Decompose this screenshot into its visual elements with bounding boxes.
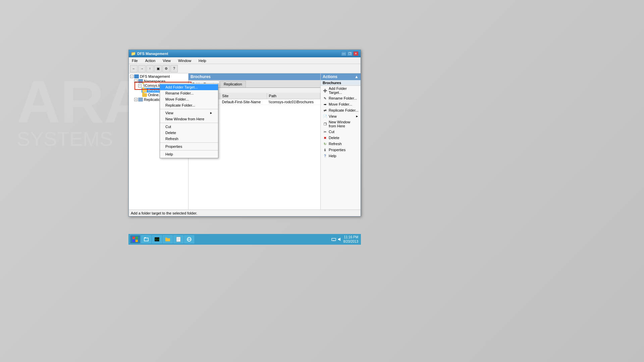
status-bar: Add a folder target to the selected fold… [129,209,361,216]
taskbar-clock: 11:16 PM 8/20/2013 [343,235,359,244]
ctx-separator-4 [160,150,218,150]
menu-view[interactable]: View [161,58,172,63]
window-icon: ❐ [323,122,327,126]
action-rename-folder[interactable]: ✎ Rename Folder... [321,95,361,101]
actions-collapse[interactable]: ▲ [355,74,359,79]
actions-panel: Actions ▲ Brochures ➕ Add Folder Target.… [320,73,361,209]
ctx-item-delete[interactable]: Delete [160,130,218,136]
menu-help[interactable]: Help [197,58,208,63]
close-button[interactable]: ✕ [353,51,359,56]
cut-icon: ✂ [323,129,327,134]
expand-icon-replication[interactable]: + [134,98,138,101]
ctx-item-properties[interactable]: Properties [160,143,218,149]
ctx-item-view[interactable]: View ► [160,110,218,116]
ctx-item-add-folder-target[interactable]: Add Folder Target... [160,84,218,90]
ctx-separator-1 [160,109,218,109]
dfs-icon [134,74,139,78]
expand-icon-marketing[interactable]: − [138,84,142,87]
replicate-icon: ⇄ [323,108,327,113]
view-icon: 📄 [323,114,327,119]
action-properties[interactable]: ℹ Properties [321,147,361,153]
window-title: DFS Management [137,52,168,56]
action-new-window[interactable]: ❐ New Window from Here [321,119,361,129]
taskbar-explorer[interactable] [141,235,151,243]
minimize-button[interactable]: — [341,51,346,56]
menu-action[interactable]: Action [144,58,157,63]
refresh-icon: ↻ [323,141,327,146]
folder-icon-brochures [142,88,147,92]
ctx-item-replicate-folder[interactable]: Replicate Folder... [160,102,218,108]
col-path[interactable]: Path [267,93,320,99]
systray: 11:16 PM 8/20/2013 [331,235,360,244]
action-add-folder-target[interactable]: ➕ Add Folder Target... [321,86,361,95]
action-delete[interactable]: ✖ Delete [321,135,361,141]
ctx-separator-3 [160,142,218,143]
taskbar-cmd[interactable]: C:\> [152,235,162,243]
cell-path: \\comsys-rodc01\Brochures [267,99,320,105]
menu-window[interactable]: Window [176,58,193,63]
view-submenu-arrow: ► [356,115,359,118]
properties-icon: ℹ [323,147,327,152]
ctx-separator-2 [160,123,218,123]
title-bar-controls: — ❐ ✕ [341,51,359,56]
tab-replication[interactable]: Replication [220,81,246,87]
tree-item-namespaces[interactable]: − Namespaces [133,79,187,83]
action-move-folder[interactable]: ➡ Move Folder... [321,101,361,107]
actions-section-title: Brochures [321,80,361,86]
ctx-item-cut[interactable]: Cut [160,124,218,130]
toolbar: ← → ↑ ▣ ⚙ ? [129,64,361,73]
svg-rect-5 [144,237,146,238]
add-icon: ➕ [323,88,327,93]
title-bar: 📁 DFS Management — ❐ ✕ [129,50,361,57]
ctx-item-refresh[interactable]: Refresh [160,136,218,142]
svg-rect-2 [132,240,135,242]
restore-button[interactable]: ❐ [347,51,353,56]
action-replicate-folder[interactable]: ⇄ Replicate Folder... [321,107,361,113]
context-menu: Add Folder Target... Rename Folder... Mo… [160,83,218,158]
ctx-item-rename-folder[interactable]: Rename Folder... [160,90,218,96]
toolbar-help[interactable]: ? [170,65,178,72]
svg-rect-3 [136,240,138,242]
expand-icon-namespaces[interactable]: − [134,79,138,83]
col-site[interactable]: Site [220,93,267,99]
taskbar-folder[interactable] [163,235,173,243]
toolbar-properties[interactable]: ⚙ [162,65,170,72]
taskbar: C:\> 11:16 PM 8/20/2 [128,234,361,245]
svg-rect-16 [333,240,334,241]
network-icon [331,237,336,242]
svg-text:C:\>: C:\> [155,238,160,241]
action-refresh[interactable]: ↻ Refresh [321,141,361,147]
svg-rect-4 [144,238,148,241]
svg-rect-15 [332,238,336,241]
ctx-item-help[interactable]: Help [160,151,218,157]
rename-icon: ✎ [323,96,327,101]
expand-icon-dfs[interactable]: − [130,75,133,78]
toolbar-show-hide[interactable]: ▣ [154,65,162,72]
namespaces-icon [138,79,143,83]
ctx-item-new-window[interactable]: New Window from Here [160,116,218,122]
svg-marker-17 [338,238,340,241]
menu-file[interactable]: File [130,58,140,63]
start-button[interactable] [130,235,141,244]
ctx-view-arrow: ► [210,111,213,115]
folder-icon-online [142,93,147,97]
svg-rect-0 [132,237,135,239]
ctx-item-move-folder[interactable]: Move Folder... [160,96,218,102]
delete-icon: ✖ [323,135,327,140]
toolbar-back[interactable]: ← [130,65,138,72]
content-header: Brochures [189,73,320,80]
svg-rect-1 [136,237,138,239]
action-view[interactable]: 📄 View ► [321,113,361,119]
taskbar-notepad[interactable] [173,235,183,243]
action-help[interactable]: ? Help [321,153,361,159]
toolbar-up[interactable]: ↑ [146,65,154,72]
actions-header: Actions ▲ [321,73,361,80]
help-icon: ? [323,154,327,158]
taskbar-browser[interactable] [184,235,194,243]
cell-site: Default-First-Site-Name [220,99,267,105]
toolbar-forward[interactable]: → [138,65,146,72]
move-icon: ➡ [323,102,327,107]
action-cut[interactable]: ✂ Cut [321,129,361,135]
tree-item-dfs-management[interactable]: − DFS Management [129,74,187,79]
menu-bar: File Action View Window Help [129,57,361,64]
